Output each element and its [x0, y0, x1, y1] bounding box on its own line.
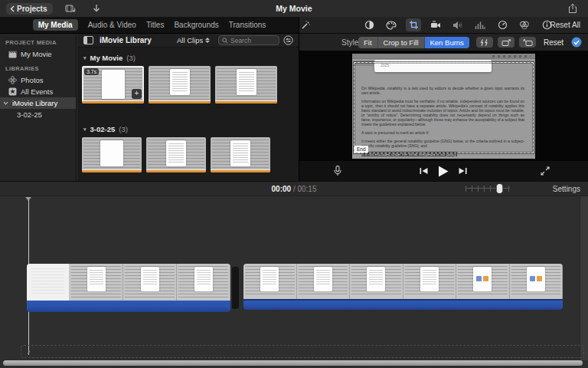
play-button[interactable]	[438, 166, 449, 177]
highlighted-text: It is not excluded under the What Wikipe…	[361, 152, 457, 156]
fullscreen-icon[interactable]	[541, 166, 550, 176]
current-time: 00:00	[272, 185, 292, 193]
thumbnail-highlight-bar	[211, 170, 270, 172]
horizontal-scrollbar[interactable]	[3, 360, 583, 366]
clip-filmstrip	[243, 264, 563, 299]
search-icon	[222, 38, 228, 44]
media-browser-header: iMovie Library All Clips	[77, 34, 299, 48]
timeline-clip-1[interactable]	[27, 264, 230, 312]
preview-viewer: 2025 On Wikipedia, notability is a test …	[299, 51, 588, 161]
ken-burns-swap-button[interactable]	[476, 37, 493, 48]
preview-frame: 2025 On Wikipedia, notability is a test …	[352, 54, 535, 159]
tab-audio-video[interactable]: Audio & Video	[88, 21, 136, 29]
clip-filter-settings-icon[interactable]	[283, 35, 293, 45]
style-crop-to-fill-button[interactable]: Crop to Fill	[378, 37, 425, 48]
project-media-header: PROJECT MEDIA	[0, 34, 76, 48]
projects-back-button[interactable]: Projects	[6, 3, 53, 15]
clip-thumbnail[interactable]	[215, 66, 277, 104]
media-group-header-my-movie[interactable]: ▾ My Movie (3)	[83, 54, 136, 62]
skip-forward-button[interactable]	[459, 167, 467, 175]
playback-controls	[299, 161, 588, 181]
sidebar-item-event-date[interactable]: 3-02-25	[0, 109, 76, 120]
thumbnail-dialog	[166, 140, 186, 166]
style-fit-button[interactable]: Fit	[358, 37, 378, 48]
window-title: My Movie	[0, 4, 588, 13]
thumbnail-highlight-bar	[149, 101, 211, 104]
libraries-sidebar: PROJECT MEDIA My Movie LIBRARIES Photos …	[0, 34, 77, 181]
thumbnail-dialog	[237, 69, 256, 95]
screenshot-dialog-sheet: 2025	[374, 60, 492, 72]
add-to-timeline-button[interactable]: +	[132, 89, 142, 99]
clip-filters-icon[interactable]	[517, 18, 532, 31]
chevron-left-icon	[10, 5, 15, 12]
group-title: 3-02-25	[90, 125, 116, 133]
total-time: 00:15	[297, 185, 316, 193]
style-ken-burns-button[interactable]: Ken Burns	[425, 37, 469, 48]
projects-back-label: Projects	[17, 5, 47, 13]
zoom-slider-thumb[interactable]	[497, 184, 502, 193]
tab-backgrounds[interactable]: Backgrounds	[174, 21, 218, 29]
clip-thumbnail[interactable]	[149, 66, 211, 104]
photos-pinwheel-icon	[8, 76, 17, 84]
pane-divider	[299, 17, 299, 181]
disclosure-triangle-icon[interactable]: ▾	[83, 55, 87, 61]
share-icon[interactable]	[568, 3, 577, 14]
volume-icon[interactable]	[450, 18, 466, 31]
download-arrow-icon[interactable]	[93, 4, 100, 13]
timeline-zoom-slider[interactable]	[466, 184, 510, 193]
timeline-settings-button[interactable]: Settings	[553, 185, 580, 193]
music-note-icon: ♪	[27, 347, 31, 356]
sidebar-item-label: All Events	[21, 87, 53, 96]
clip-trim-handle[interactable]	[232, 267, 239, 309]
updown-chevrons-icon	[205, 38, 210, 43]
chevron-down-icon[interactable]	[3, 101, 8, 105]
sidebar-item-photos[interactable]: Photos	[0, 74, 76, 86]
sidebar-item-imovie-library[interactable]: iMovie Library	[0, 97, 76, 109]
clip-duration-badge: 3.7s	[84, 68, 99, 75]
sidebar-item-my-movie[interactable]: My Movie	[0, 48, 76, 60]
search-field[interactable]	[218, 35, 279, 45]
all-clips-dropdown[interactable]: All Clips	[177, 36, 210, 44]
timeline-area[interactable]: ♪	[0, 196, 588, 368]
library-title: iMovie Library	[100, 36, 152, 44]
clip-thumbnail[interactable]	[211, 137, 270, 172]
skip-back-button[interactable]	[420, 167, 428, 175]
color-correction-palette-icon[interactable]	[384, 18, 399, 31]
clip-thumbnail-selected[interactable]: 3.7s +	[82, 66, 144, 104]
timeline-clip-2[interactable]	[243, 264, 563, 310]
star-badge-icon	[8, 87, 17, 96]
speed-gauge-icon[interactable]	[495, 18, 510, 31]
crop-reset-button[interactable]: Reset	[544, 38, 564, 47]
audio-eq-icon[interactable]	[472, 18, 488, 31]
ken-burns-end-label[interactable]: End	[354, 146, 368, 153]
tab-transitions[interactable]: Transitions	[229, 21, 266, 29]
thumbnail-highlight-bar	[215, 101, 277, 104]
clip-thumbnail[interactable]	[82, 137, 142, 172]
group-title: My Movie	[90, 54, 123, 62]
import-media-icon[interactable]	[65, 4, 76, 13]
sidebar-item-label: 3-02-25	[17, 110, 42, 119]
background-music-well[interactable]: ♪	[21, 345, 584, 358]
stabilization-camera-icon[interactable]	[428, 18, 443, 31]
media-group-header-event[interactable]: ▾ 3-02-25 (3)	[83, 125, 128, 133]
search-input[interactable]	[230, 37, 275, 44]
thumbnail-highlight-bar	[146, 170, 206, 172]
sidebar-item-all-events[interactable]: All Events	[0, 86, 76, 97]
sidebar-toggle-icon[interactable]	[83, 36, 93, 44]
disclosure-triangle-icon[interactable]: ▾	[83, 127, 87, 133]
enhance-wand-icon[interactable]	[300, 20, 311, 31]
apply-checkmark-button[interactable]	[571, 37, 582, 48]
crop-style-segmented-control: Fit Crop to Fill Ken Burns	[358, 37, 469, 48]
tab-titles[interactable]: Titles	[146, 21, 165, 29]
reset-all-button[interactable]: Reset All	[550, 21, 580, 29]
thumbnail-highlight-bar	[82, 101, 144, 104]
crop-icon[interactable]	[406, 18, 421, 31]
ken-burns-end-button[interactable]	[519, 37, 536, 48]
crop-style-row: Style: Fit Crop to Fill Ken Burns Reset	[299, 34, 588, 51]
color-balance-icon[interactable]	[361, 18, 377, 31]
clip-thumbnail[interactable]	[146, 137, 206, 172]
libraries-header: LIBRARIES	[0, 60, 76, 74]
ken-burns-start-button[interactable]	[498, 37, 514, 48]
tab-my-media[interactable]: My Media	[33, 19, 78, 31]
vertical-scrollbar[interactable]	[580, 196, 588, 360]
